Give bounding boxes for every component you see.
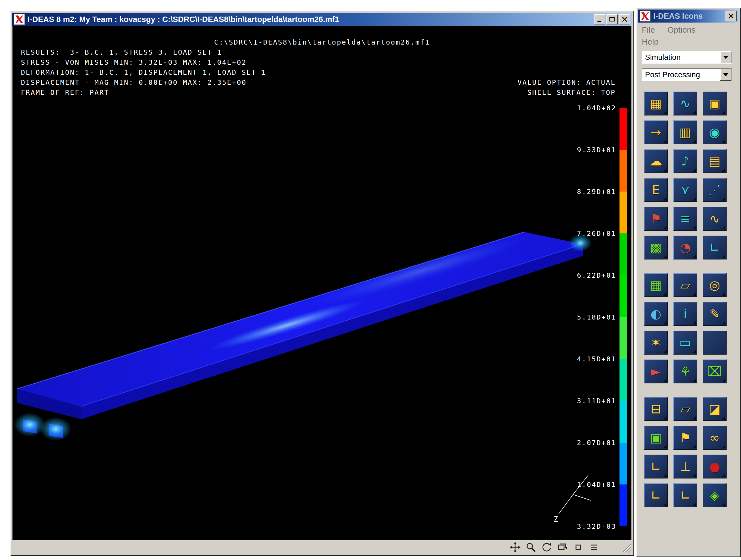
modify-display-button[interactable]: ▱ <box>673 273 697 297</box>
view-triad-icon: ⊥ <box>680 460 691 473</box>
stop-button[interactable]: ● <box>703 454 727 479</box>
graph-results-icon: ▥ <box>679 126 691 139</box>
menu-options[interactable]: Options <box>667 25 695 34</box>
application-select[interactable]: Simulation <box>642 51 732 64</box>
chevron-down-icon <box>723 56 728 59</box>
manage-button[interactable]: ⚘ <box>673 359 697 383</box>
curve-display-button[interactable]: ⋰ <box>703 178 727 202</box>
display-options-icon[interactable] <box>589 542 599 553</box>
delete-icon: ⌧ <box>707 365 722 378</box>
select-region-icon: ☁ <box>650 155 662 167</box>
annotate-icon: ✎ <box>710 307 720 320</box>
view-triad-button[interactable]: ⊥ <box>673 454 697 479</box>
colorbar-tick-label: 5.18D+01 <box>577 312 616 322</box>
inspect-button[interactable]: ◎ <box>703 273 727 297</box>
vector-display-button[interactable]: ⋎ <box>673 178 697 202</box>
wireframe-cube-button[interactable]: ▱ <box>673 397 697 421</box>
group-results-button[interactable]: ▩ <box>644 235 668 260</box>
main-window-title: I-DEAS 8 m2: My Team : kovacsgy : C:\SDR… <box>27 15 591 24</box>
annotate-button[interactable]: ✎ <box>703 302 727 326</box>
graph-results-button[interactable]: ▥ <box>673 120 697 144</box>
manage-bins-button[interactable]: ◈ <box>703 483 727 507</box>
menu-help[interactable]: Help <box>642 37 659 47</box>
results-axis-button[interactable]: ∟ <box>703 235 727 260</box>
main-titlebar[interactable]: I-DEAS 8 m2: My Team : kovacsgy : C:\SDR… <box>12 13 632 26</box>
animate-results-icon: ∿ <box>680 97 691 110</box>
shaded-cube-button[interactable]: ◪ <box>703 397 727 421</box>
rotate-view-button[interactable]: ∟ <box>673 483 697 507</box>
delete-button[interactable]: ⌧ <box>703 359 727 383</box>
colorbar-segment <box>619 233 627 275</box>
model-beam[interactable] <box>13 26 631 540</box>
icons-window-title: I-DEAS Icons <box>653 12 723 21</box>
list-results-button[interactable]: ≡ <box>673 207 697 231</box>
task-select-dropdown-button[interactable] <box>720 69 732 81</box>
align-view-button[interactable]: ∟ <box>644 483 668 507</box>
element-values-button[interactable]: ♪ <box>673 149 697 173</box>
xy-graph-button[interactable]: ∿ <box>703 207 727 231</box>
report-icon: ▤ <box>709 155 720 167</box>
measure-icon: ▭ <box>679 336 691 349</box>
element-results-button[interactable]: E <box>644 178 668 202</box>
close-button[interactable] <box>726 11 737 21</box>
next-results-icon: → <box>651 126 661 139</box>
visualizer-button[interactable]: ◉ <box>703 120 727 144</box>
viewport-flag-button[interactable]: ⚑ <box>673 426 697 450</box>
redisplay-button[interactable]: ⊟ <box>644 397 668 421</box>
menubar-row-1: File Options <box>638 22 739 34</box>
colorbar-tick-label: 4.15D+01 <box>577 354 616 364</box>
next-results-button[interactable]: → <box>644 120 668 144</box>
redline-button[interactable]: ► <box>644 359 668 383</box>
application-select-dropdown-button[interactable] <box>720 51 732 63</box>
resize-grip[interactable] <box>620 542 631 553</box>
info-button[interactable]: i <box>673 302 697 326</box>
colorbar-tick-label: 7.26D+01 <box>577 228 616 238</box>
highlight-button[interactable]: ✶ <box>644 331 668 355</box>
small-square-icon[interactable] <box>573 542 584 553</box>
view-corner-button[interactable]: ∟ <box>644 454 668 479</box>
application-select-value: Simulation <box>642 53 720 62</box>
zoom-icon[interactable] <box>526 542 536 553</box>
menu-file[interactable]: File <box>642 25 655 34</box>
screen-display-button[interactable]: ▣ <box>644 426 668 450</box>
rotate-icon[interactable] <box>541 542 552 553</box>
animate-results-button[interactable]: ∿ <box>673 91 697 116</box>
shaded-cube-icon: ◪ <box>709 403 720 415</box>
ideas-icons-window: I-DEAS Icons File Options Help Simulatio… <box>636 8 740 557</box>
display-template-button[interactable]: ▣ <box>703 91 727 116</box>
colorbar-segment <box>619 108 627 150</box>
colorbar-labels: 1.04D+029.33D+018.29D+017.26D+016.22D+01… <box>546 26 616 540</box>
header-line: RESULTS: 3- B.C. 1, STRESS_3, LOAD SET 1 <box>21 47 623 57</box>
manage-bins-icon: ◈ <box>710 489 719 502</box>
colorbar-tick-label: 1.04D+01 <box>577 480 616 490</box>
icons-titlebar[interactable]: I-DEAS Icons <box>638 9 739 22</box>
icon-group: ▦▱◎◐i✎✶▭►⚘⌧ <box>644 273 739 383</box>
view-options-button[interactable]: ∞ <box>703 426 727 450</box>
stop-icon: ● <box>709 460 720 473</box>
reposition-icon[interactable] <box>557 542 568 553</box>
graphics-viewport[interactable]: C:\SDRC\I-DEAS8\bin\tartopelda\tartoom26… <box>12 26 632 541</box>
colorbar-segment <box>619 401 627 443</box>
element-values-icon: ♪ <box>681 155 689 167</box>
mesh-display-button[interactable]: ▦ <box>644 273 668 297</box>
ideas-logo-icon <box>14 14 25 25</box>
pan-icon[interactable] <box>510 542 521 553</box>
colorbar-tick-label: 1.04D+02 <box>577 103 616 113</box>
close-button[interactable] <box>619 14 630 24</box>
task-select[interactable]: Post Processing <box>642 68 732 81</box>
element-results-icon: E <box>652 184 660 196</box>
examine-sphere-button[interactable]: ◐ <box>644 302 668 326</box>
color-options-button[interactable]: ◔ <box>673 235 697 260</box>
post-results-button[interactable]: ▦ <box>644 91 668 116</box>
visualizer-icon: ◉ <box>709 126 720 139</box>
icon-button-grid: ▦∿▣→▥◉☁♪▤E⋎⋰⚑≡∿▩◔∟▦▱◎◐i✎✶▭►⚘⌧⊟▱◪▣⚑∞∟⊥●∟∟… <box>644 91 739 521</box>
report-button[interactable]: ▤ <box>703 149 727 173</box>
screen-display-icon: ▣ <box>650 431 662 444</box>
vector-display-icon: ⋎ <box>681 184 690 196</box>
minimize-button[interactable] <box>594 14 605 24</box>
select-region-button[interactable]: ☁ <box>644 149 668 173</box>
probe-button[interactable]: ⚑ <box>644 207 668 231</box>
maximize-button[interactable] <box>606 14 618 24</box>
measure-button[interactable]: ▭ <box>673 331 697 355</box>
colorbar-segment <box>619 484 627 526</box>
